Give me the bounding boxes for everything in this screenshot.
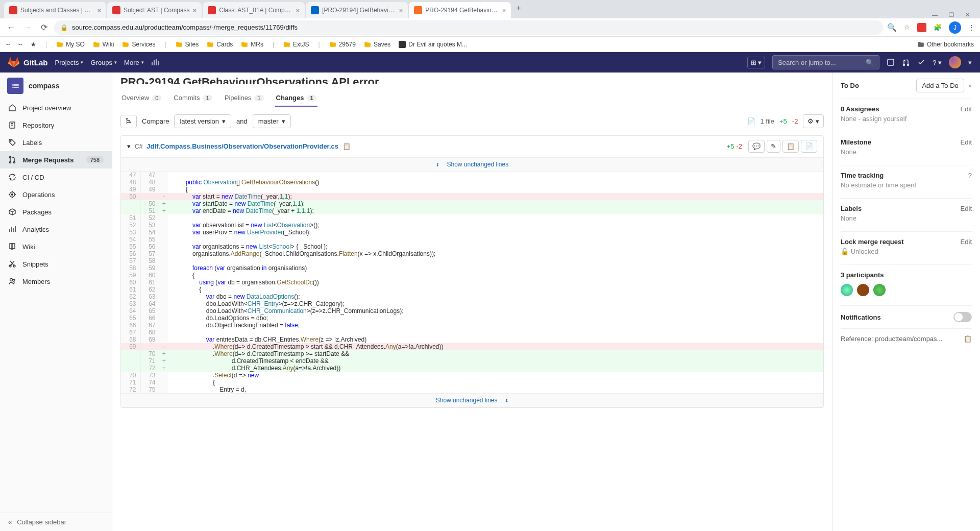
bookmark-item[interactable]: -- (18, 41, 22, 48)
diff-line[interactable]: 4848 public Observation[] GetBehaviourOb… (121, 179, 823, 186)
help-icon[interactable]: ? ▾ (933, 59, 942, 66)
minimize-icon[interactable]: — (932, 12, 938, 18)
tab-pipelines[interactable]: Pipelines1 (224, 89, 265, 107)
collapse-sidebar[interactable]: « Collapse sidebar (0, 513, 112, 531)
diff-line[interactable]: 6566 db.LoadOptions = dbo; (121, 315, 823, 322)
tree-toggle-button[interactable] (120, 115, 137, 128)
diff-line[interactable]: 7275 Entry = d, (121, 386, 823, 393)
diff-line[interactable]: 50+ var startDate = new DateTime(_year,1… (121, 200, 823, 207)
gitlab-search[interactable]: 🔍 (772, 55, 879, 69)
close-tab-icon[interactable]: × (399, 7, 403, 14)
issues-icon[interactable] (887, 58, 895, 66)
participant-avatar[interactable] (857, 284, 869, 296)
tab-overview[interactable]: Overview0 (120, 89, 162, 107)
diff-line[interactable]: 69- .Where(d=> d.CreatedTimestamp > star… (121, 343, 823, 350)
nav-more[interactable]: More ▾ (124, 59, 144, 66)
reload-button[interactable]: ⟳ (38, 21, 50, 34)
bookmark-item[interactable]: Cards (207, 41, 233, 48)
project-header[interactable]: compass (0, 73, 112, 99)
participant-avatar[interactable] (841, 284, 853, 296)
view-file-icon[interactable]: 📄 (801, 140, 817, 153)
gitlab-logo[interactable]: GitLab (8, 57, 48, 68)
diff-line[interactable]: 50- var start = new DateTime(_year,1,1); (121, 193, 823, 200)
comment-icon[interactable]: 💬 (748, 140, 765, 153)
edit-labels[interactable]: Edit (961, 205, 972, 212)
diff-line[interactable]: 4949 { (121, 186, 823, 193)
browser-tab[interactable]: Subjects and Classes | Compass× (4, 2, 106, 18)
version-dropdown[interactable]: latest version ▾ (174, 114, 231, 128)
back-button[interactable]: ← (5, 21, 17, 34)
diff-line[interactable]: 6768 (121, 329, 823, 336)
diff-line[interactable]: 5556 var organisations = new List<School… (121, 243, 823, 250)
expand-bottom[interactable]: Show unchanged lines ↕ (121, 393, 823, 407)
sidebar-item-ci-cd[interactable]: CI / CD (0, 168, 112, 186)
copy-path-icon[interactable]: 📋 (342, 142, 351, 150)
sidebar-item-repository[interactable]: Repository (0, 116, 112, 134)
time-help-icon[interactable]: ? (968, 172, 972, 179)
sidebar-item-snippets[interactable]: Snippets (0, 255, 112, 273)
diff-line[interactable]: 5657 organisations.AddRange(_School.Chil… (121, 250, 823, 257)
diff-line[interactable]: 5354 var userProv = new UserProvider(_Sc… (121, 229, 823, 236)
edit-lock[interactable]: Edit (961, 238, 972, 246)
bookmark-item[interactable]: ExtJS (283, 41, 309, 48)
copy-file-icon[interactable]: 📋 (782, 140, 799, 153)
assign-yourself[interactable]: None - assign yourself (841, 115, 972, 128)
todos-icon[interactable] (917, 58, 925, 66)
bookmark-item[interactable]: Wiki (93, 41, 114, 48)
tab-changes[interactable]: Changes1 (275, 89, 317, 107)
expand-top[interactable]: ↕ Show unchanged lines (121, 157, 823, 172)
nav-projects[interactable]: Projects ▾ (55, 59, 84, 66)
edit-milestone[interactable]: Edit (961, 138, 972, 146)
diff-line[interactable]: 6263 var dbo = new DataLoadOptions(); (121, 293, 823, 300)
extension-icon[interactable] (917, 23, 926, 32)
diff-line[interactable]: 6869 var entriesData = db.CHR_Entries.Wh… (121, 336, 823, 343)
user-dropdown-icon[interactable]: ▾ (968, 59, 972, 66)
bookmark-item[interactable]: Sites (176, 41, 199, 48)
diff-line[interactable]: 4747 (121, 172, 823, 179)
file-path[interactable]: Jdlf.Compass.Business/Observation/Observ… (146, 142, 338, 150)
diff-line[interactable]: 5152 (121, 214, 823, 222)
target-dropdown[interactable]: master ▾ (253, 114, 291, 128)
diff-line[interactable]: 5960 { (121, 272, 823, 279)
bookmark-item[interactable]: Dr Evil air quotes M... (399, 41, 467, 48)
diff-line[interactable]: 6061 using (var db = organisation.GetSch… (121, 279, 823, 286)
close-tab-icon[interactable]: × (296, 7, 300, 14)
menu-icon[interactable]: ⋮ (968, 23, 975, 31)
close-tab-icon[interactable]: × (502, 7, 506, 14)
chevron-icon[interactable]: ▾ (127, 142, 131, 150)
nav-activity-icon[interactable] (151, 58, 159, 66)
bookmark-item[interactable]: Services (122, 41, 155, 48)
browser-tab[interactable]: Class: AST_01A | Compass× (203, 2, 305, 18)
diff-line[interactable]: 72+ d.CHR_Attendees.Any(a=>!a.Archived)) (121, 365, 823, 372)
sidebar-item-merge-requests[interactable]: Merge Requests758 (0, 151, 112, 168)
diff-line[interactable]: 6364 dbo.LoadWith<CHR_Entry>(z=>z.CHR_Ca… (121, 300, 823, 307)
browser-tab[interactable]: PRO-29194 GetBehaviourObserv...× (409, 2, 511, 18)
diff-line[interactable]: 6667 db.ObjectTrackingEnabled = false; (121, 322, 823, 329)
profile-avatar[interactable]: J (949, 21, 961, 34)
settings-dropdown[interactable]: ⚙ ▾ (803, 114, 824, 128)
bookmark-star-icon[interactable]: ☆ (904, 23, 910, 31)
maximize-icon[interactable]: ❐ (949, 12, 954, 18)
new-tab-button[interactable]: + (516, 4, 521, 15)
diff-line[interactable]: 6465 dbo.LoadWith<CHR_Communication>(z=>… (121, 307, 823, 315)
forward-button[interactable]: → (21, 21, 34, 34)
participant-avatar[interactable] (873, 284, 886, 296)
diff-line[interactable]: 5455 (121, 236, 823, 243)
collapse-right-icon[interactable]: » (968, 82, 972, 89)
close-tab-icon[interactable]: × (193, 7, 197, 14)
diff-line[interactable]: 5758 (121, 257, 823, 264)
sidebar-item-wiki[interactable]: Wiki (0, 238, 112, 255)
search-input[interactable] (778, 59, 866, 66)
plus-dropdown[interactable]: ⊞ ▾ (747, 57, 766, 68)
other-bookmarks[interactable]: Other bookmarks (917, 41, 974, 48)
bookmark-item[interactable]: MRs (241, 41, 263, 48)
diff-line[interactable]: 5253 var observationList = new List<Obse… (121, 222, 823, 229)
puzzle-icon[interactable]: 🧩 (934, 23, 942, 31)
add-todo-button[interactable]: Add a To Do (916, 79, 964, 92)
tab-commits[interactable]: Commits1 (173, 89, 213, 107)
bookmark-item[interactable]: 29579 (329, 41, 356, 48)
sidebar-item-operations[interactable]: Operations (0, 186, 112, 203)
diff-line[interactable]: 70+ .Where(d=> d.CreatedTimestamp >= sta… (121, 350, 823, 357)
merge-requests-icon[interactable] (902, 58, 910, 66)
close-window-icon[interactable]: ✕ (965, 12, 970, 18)
